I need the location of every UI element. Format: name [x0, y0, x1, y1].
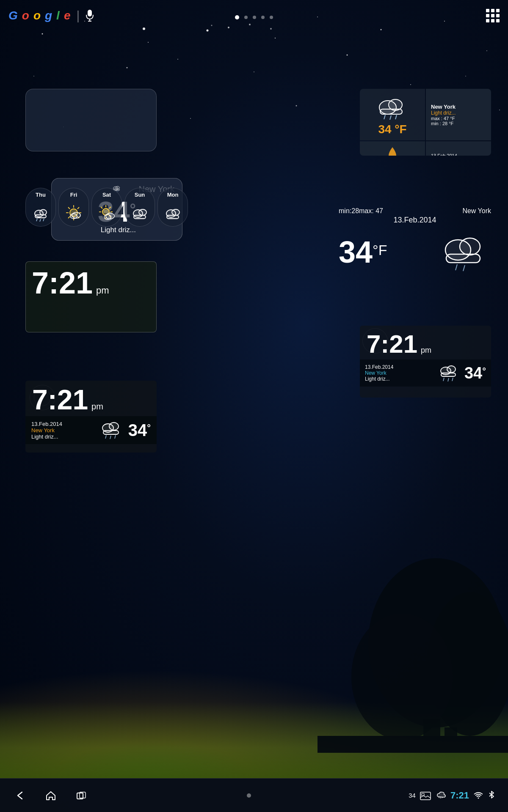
svg-point-78 [172, 209, 179, 215]
svg-line-61 [68, 217, 70, 218]
widget7-cloud-icon [436, 363, 461, 383]
widget2-city: New York [431, 104, 486, 110]
widget4-cloud-icon [436, 229, 491, 275]
bluetooth-icon [488, 790, 495, 801]
widget2-info-cell: New York Light driz... max : 47 °F min :… [426, 89, 491, 140]
forecast-sun-icon [130, 207, 149, 222]
nav-time: 7:21 [450, 790, 469, 801]
page-dots [235, 15, 273, 19]
status-bar-right: 34 7:21 [409, 790, 495, 801]
widget4-minmax: min:28max: 47 [339, 207, 383, 215]
svg-rect-93 [103, 431, 119, 434]
svg-point-81 [460, 238, 480, 255]
svg-rect-49 [35, 215, 46, 218]
clock-ring-2 [34, 389, 51, 406]
back-icon [14, 790, 26, 801]
widget2-humidity-icon [386, 145, 399, 156]
widget-large-weather[interactable]: New York 34 ° Light driz... [25, 89, 157, 151]
page-dot-3[interactable] [253, 16, 256, 19]
svg-line-83 [456, 264, 457, 270]
nav-home-button[interactable] [43, 788, 58, 803]
widget7-date: 13.Feb.2014 [365, 364, 433, 370]
widget-compact-weather[interactable]: 34 °F New York Light driz... max : 47 °F… [360, 89, 491, 156]
mic-icon[interactable] [86, 10, 94, 22]
widget-center-weather[interactable]: min:28max: 47 New York 13.Feb.2014 34 °F [339, 207, 491, 275]
sync-icon [435, 791, 446, 800]
google-logo: Google [8, 9, 70, 22]
forecast-thu-icon [31, 207, 50, 222]
svg-line-52 [43, 219, 44, 221]
nav-bar: 34 7:21 [0, 778, 508, 812]
svg-line-71 [109, 207, 111, 208]
widget2-min: min : 28 °F [431, 121, 486, 126]
svg-line-44 [384, 115, 385, 119]
widget-forecast[interactable]: Thu Fri [25, 188, 188, 227]
svg-line-51 [40, 219, 41, 222]
widget2-temp-orange: 34 °F [378, 123, 406, 136]
forecast-sat-label: Sat [102, 192, 111, 198]
page-dot-4[interactable] [261, 16, 265, 19]
nav-back-button[interactable] [13, 788, 28, 803]
forecast-mon-icon [163, 207, 182, 222]
nav-center-dot [247, 793, 251, 798]
svg-line-102 [452, 378, 453, 381]
clock-ring-3 [362, 328, 388, 354]
svg-line-94 [105, 435, 106, 439]
widget7-degree: ° [482, 366, 486, 377]
page-dot-2[interactable] [244, 16, 248, 19]
svg-point-92 [109, 422, 119, 430]
forecast-thu-label: Thu [36, 192, 46, 198]
svg-point-98 [447, 366, 456, 373]
widget2-date: 13.Feb.2014 [431, 153, 486, 156]
widget7-temp: 34 [464, 364, 482, 382]
widget5-pm: pm [96, 285, 109, 296]
widget6-temp: 34 [128, 421, 147, 440]
widget2-humidity-cell: % 35 [360, 141, 425, 156]
forecast-sat-icon [97, 203, 116, 222]
svg-line-46 [395, 115, 397, 119]
widget2-datetime-cell: 13.Feb.2014 7:21 pm [426, 141, 491, 156]
widget6-city: New York [31, 427, 94, 433]
nav-icons-left [13, 788, 89, 803]
svg-line-101 [448, 378, 449, 381]
svg-rect-99 [441, 373, 456, 376]
nav-recents-button[interactable] [74, 788, 89, 803]
widget6-cloud-icon [99, 420, 124, 441]
forecast-fri: Fri [58, 188, 89, 227]
svg-rect-76 [134, 215, 146, 219]
widget7-city: New York [365, 370, 433, 376]
widget1-condition: Light driz... [101, 226, 136, 234]
svg-rect-43 [380, 109, 402, 114]
widget5-time: 7:21 [32, 268, 93, 298]
widget4-unit: °F [373, 242, 387, 258]
svg-line-45 [390, 115, 391, 120]
svg-point-75 [139, 209, 146, 215]
widget4-city: New York [462, 207, 491, 215]
apps-grid-icon[interactable] [486, 9, 500, 22]
forecast-sun-label: Sun [135, 192, 145, 198]
forecast-fri-icon [64, 203, 83, 222]
forecast-mon-label: Mon [167, 192, 179, 198]
forecast-sat: Sat [91, 188, 122, 227]
widget4-date: 13.Feb.2014 [393, 216, 436, 224]
svg-line-60 [77, 207, 79, 209]
widget-medium-weather[interactable]: 34 ° 13.Feb.2014 New York Light driz... … [25, 261, 157, 332]
widget-clock-bottom-left[interactable]: 7:21 pm 13.Feb.2014 New York Light driz.… [25, 381, 157, 453]
widget7-condition: Light driz... [365, 376, 433, 382]
wifi-icon [473, 791, 483, 800]
svg-line-50 [36, 219, 37, 221]
svg-line-96 [115, 435, 116, 439]
nav-status-number: 34 [409, 792, 416, 799]
widget-clock-bottom-right[interactable]: 7:21 pm 13.Feb.2014 New York Light driz.… [360, 326, 491, 398]
widget6-condition: Light driz... [31, 433, 94, 440]
svg-line-58 [68, 207, 70, 209]
page-dot-5[interactable] [270, 16, 273, 19]
widget6-degree: ° [147, 422, 151, 433]
svg-rect-82 [446, 254, 480, 263]
forecast-mon: Mon [157, 188, 188, 227]
svg-line-100 [443, 378, 444, 381]
svg-point-73 [104, 214, 111, 219]
forecast-thu: Thu [25, 188, 56, 227]
page-dot-1[interactable] [235, 15, 239, 19]
widget4-temp: 34 [339, 237, 373, 267]
